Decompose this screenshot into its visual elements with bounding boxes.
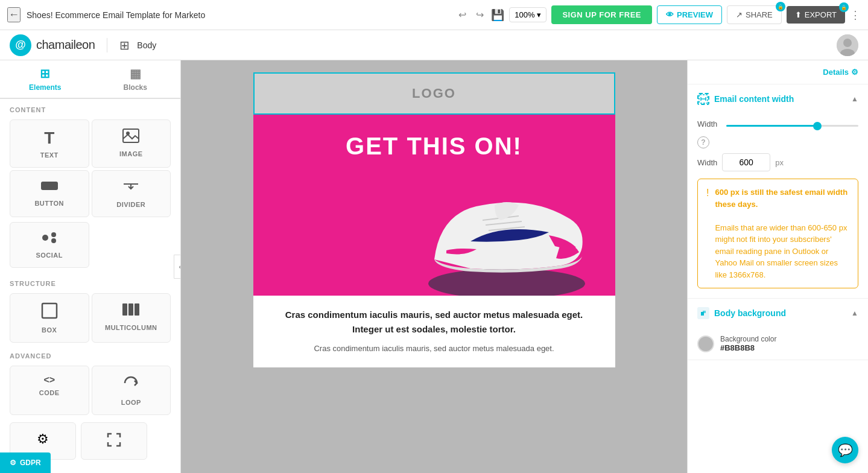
settings-icon: ⚙: [37, 431, 49, 447]
tab-blocks[interactable]: ▦ Blocks: [90, 60, 181, 98]
email-content-width-content: Width ? Width px ! 600 px is still the s…: [688, 113, 868, 298]
bg-color-value: #B8B8B8: [720, 343, 776, 352]
sidebar-tabs: ⊞ Elements ▦ Blocks: [0, 60, 180, 99]
body-background-section: Body background ▲ Background color #B8B8…: [688, 299, 868, 360]
width-input-row: Width px: [697, 153, 858, 171]
width-field-label: Width: [697, 158, 717, 167]
loop-icon: [122, 375, 139, 395]
secondbar: @ chamaileon ⊞ Body: [0, 30, 868, 60]
preview-button[interactable]: 👁 PREVIEW: [657, 5, 722, 24]
email-header[interactable]: LOGO: [253, 72, 615, 115]
export-wrapper: ⬆ EXPORT 🔒: [787, 6, 845, 24]
social-label: SOCIAL: [36, 252, 63, 259]
element-code[interactable]: <> CODE: [10, 366, 89, 415]
element-multicolumn[interactable]: MULTICOLUMN: [92, 293, 171, 343]
svg-rect-5: [41, 182, 58, 190]
body-background-title: Body background: [697, 307, 786, 319]
breadcrumb: Body: [137, 40, 156, 50]
chat-bubble[interactable]: 💬: [832, 437, 858, 463]
tab-elements[interactable]: ⊞ Elements: [0, 60, 90, 98]
share-wrapper: ↗ SHARE 🔒: [727, 5, 782, 24]
width-input[interactable]: [722, 153, 770, 171]
chat-icon: 💬: [838, 443, 853, 457]
secondbar-divider: [107, 38, 107, 52]
element-button[interactable]: BUTTON: [10, 170, 89, 217]
more-button[interactable]: ⋮: [850, 8, 861, 22]
blocks-tab-label: Blocks: [124, 83, 147, 92]
content-section-label: CONTENT: [0, 99, 180, 117]
multicolumn-label: MULTICOLUMN: [105, 324, 157, 331]
element-box[interactable]: BOX: [10, 293, 89, 343]
email-content-width-header[interactable]: Email content width ▲: [688, 84, 868, 113]
share-icon: ↗: [736, 10, 743, 19]
button-label: BUTTON: [34, 200, 64, 207]
code-icon: <>: [43, 375, 55, 386]
help-icon[interactable]: ?: [697, 136, 709, 148]
undo-button[interactable]: ↩: [456, 7, 469, 23]
eye-icon: 👁: [666, 10, 674, 19]
loop-label: LOOP: [121, 399, 141, 406]
social-icon: [40, 231, 59, 248]
warning-text: 600 px is still the safest email width t…: [715, 186, 849, 281]
share-lock-badge: 🔒: [776, 2, 785, 11]
element-loop[interactable]: LOOP: [92, 366, 171, 415]
content-width-icon: [697, 93, 709, 105]
export-button[interactable]: ⬆ EXPORT: [787, 6, 845, 24]
canvas[interactable]: LOGO GET THIS ON!: [181, 60, 687, 473]
px-label: px: [775, 158, 784, 167]
svg-point-10: [51, 238, 56, 243]
slider-container: [726, 118, 858, 129]
signup-button[interactable]: SIGN UP FOR FREE: [551, 5, 652, 24]
expand-icon-item[interactable]: [81, 422, 147, 460]
svg-rect-11: [42, 303, 57, 318]
main-layout: ⊞ Elements ▦ Blocks CONTENT T TEXT: [0, 60, 868, 473]
bg-color-row: Background color #B8B8B8: [688, 328, 868, 360]
expand-icon: [106, 431, 122, 451]
structure-icon[interactable]: ⊞: [119, 38, 130, 52]
bg-color-label: Background color: [720, 335, 776, 343]
right-panel: Details ⚙ Email content width: [687, 60, 868, 473]
logo-text: chamaileon: [36, 38, 95, 52]
width-slider-row: Width: [697, 118, 858, 129]
back-button[interactable]: ←: [7, 7, 21, 22]
collapse-sidebar-button[interactable]: ‹: [174, 255, 181, 279]
avatar[interactable]: [837, 34, 858, 56]
multicolumn-icon: [122, 302, 140, 320]
export-icon: ⬆: [795, 10, 802, 19]
save-button[interactable]: 💾: [491, 8, 504, 22]
share-button[interactable]: ↗ SHARE: [727, 5, 782, 24]
redo-button[interactable]: ↪: [474, 7, 486, 23]
gdpr-icon: ⚙: [10, 459, 16, 467]
email-content-width-title: Email content width: [697, 93, 794, 105]
sidebar: ⊞ Elements ▦ Blocks CONTENT T TEXT: [0, 60, 181, 473]
width-slider[interactable]: [726, 125, 858, 127]
svg-rect-25: [703, 311, 706, 313]
element-image[interactable]: IMAGE: [92, 119, 171, 168]
bg-color-swatch[interactable]: [697, 335, 714, 352]
warning-box: ! 600 px is still the safest email width…: [697, 179, 858, 288]
topbar-actions: ↩ ↪ 💾 100% ▾ SIGN UP FOR FREE 👁 PREVIEW …: [456, 5, 861, 24]
email-wrapper: LOGO GET THIS ON!: [253, 72, 615, 367]
advanced-grid: <> CODE LOOP: [0, 363, 180, 417]
element-text[interactable]: T TEXT: [10, 119, 89, 168]
elements-tab-icon: ⊞: [40, 66, 50, 81]
details-link[interactable]: Details ⚙: [823, 68, 858, 77]
structure-section-label: STRUCTURE: [0, 273, 180, 291]
email-body-section: Cras condimentum iaculis mauris, sed auc…: [253, 296, 615, 367]
divider-icon: [122, 179, 139, 197]
element-divider[interactable]: DIVIDER: [92, 170, 171, 217]
hero-text: GET THIS ON!: [346, 133, 522, 160]
body-text-bold: Cras condimentum iaculis mauris, sed auc…: [277, 308, 591, 337]
email-hero[interactable]: GET THIS ON!: [253, 115, 615, 296]
svg-point-1: [843, 39, 852, 47]
svg-rect-13: [128, 303, 133, 316]
gear-icon: ⚙: [851, 68, 858, 77]
body-background-header[interactable]: Body background ▲: [688, 299, 868, 328]
email-content-width-section: Email content width ▲ Width ? Width px: [688, 84, 868, 299]
svg-rect-14: [135, 303, 139, 316]
gdpr-bar[interactable]: ⚙ GDPR: [0, 452, 51, 473]
button-icon: [40, 179, 59, 196]
svg-point-8: [42, 235, 48, 241]
element-social[interactable]: SOCIAL: [10, 222, 89, 268]
zoom-selector[interactable]: 100% ▾: [509, 7, 546, 22]
